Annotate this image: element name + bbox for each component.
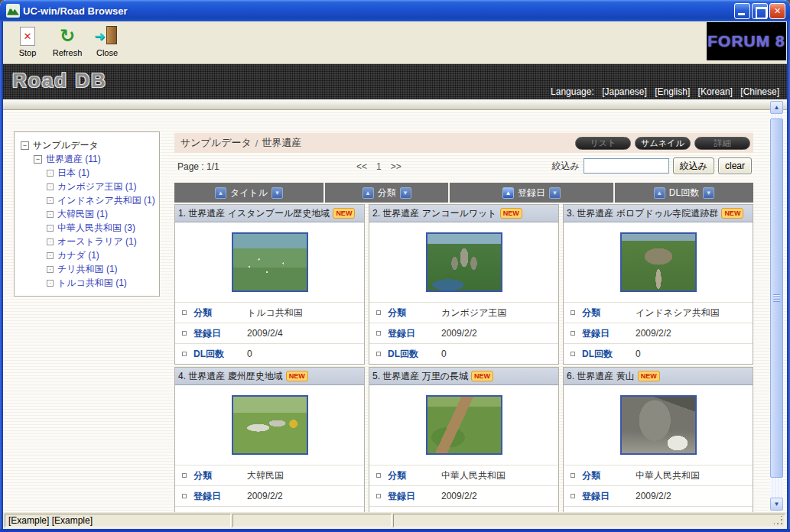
page-indicator: Page : 1/1 <box>177 161 219 172</box>
refresh-icon: ↻ <box>47 25 87 47</box>
sort-category-asc-icon[interactable]: ▲ <box>362 187 374 199</box>
pager-next[interactable]: >> <box>391 161 402 172</box>
bullet-icon <box>376 352 381 356</box>
new-badge: NEW <box>721 208 743 219</box>
scrollbar-thumb[interactable] <box>770 118 783 478</box>
close-window-button[interactable]: ✕ <box>769 3 785 19</box>
great-wall-thumbnail[interactable] <box>426 395 502 455</box>
downloads-label: DL回数 <box>388 348 441 361</box>
sort-date-asc-icon[interactable]: ▲ <box>502 187 514 199</box>
view-thumbnail-button[interactable]: サムネイル <box>635 137 691 150</box>
new-badge: NEW <box>471 371 493 381</box>
sort-title-desc-icon[interactable]: ▼ <box>271 187 283 199</box>
tree-node-world-heritage[interactable]: − 世界遺産 (11) <box>21 152 156 166</box>
language-english-link[interactable]: [English] <box>655 86 690 97</box>
tree-node-korea[interactable]: 大韓民国 (1) <box>21 207 156 221</box>
filter-apply-button[interactable]: 絞込み <box>673 157 714 174</box>
roaddb-logo: Road DB <box>12 69 107 92</box>
close-button[interactable]: ➜ Close <box>87 24 127 57</box>
tree-node-root[interactable]: − サンプルデータ <box>21 138 156 152</box>
card-title: 5. 世界遺産 万里の長城 <box>372 370 468 383</box>
status-panel-3 <box>393 514 785 527</box>
bullet-icon <box>182 494 187 498</box>
collapse-icon[interactable]: − <box>21 141 29 150</box>
close-label: Close <box>87 48 127 57</box>
tree-node-cambodia[interactable]: カンボジア王国 (1) <box>21 180 156 193</box>
category-value: インドネシア共和国 <box>636 307 720 320</box>
refresh-button[interactable]: ↻ Refresh <box>47 24 87 57</box>
borobudur-thumbnail[interactable] <box>620 232 697 292</box>
breadcrumb-root-link[interactable]: サンプルデータ <box>180 136 252 150</box>
pager-row: Page : 1/1 << 1 >> 絞込み 絞込み clear <box>174 153 753 181</box>
category-value: トルコ共和国 <box>247 307 303 320</box>
maximize-button[interactable] <box>752 3 768 19</box>
bullet-icon <box>571 473 575 478</box>
card-huangshan: 6. 世界遺産 黄山 NEW 分類 中華人民共和国 登録日 2009/2/2 D… <box>563 367 753 512</box>
date-value: 2009/2/2 <box>441 328 477 339</box>
category-value: 大韓民国 <box>247 469 284 482</box>
pager-page-1[interactable]: 1 <box>376 161 382 172</box>
tree-node-china[interactable]: 中華人民共和国 (3) <box>21 221 156 235</box>
date-value: 2009/2/2 <box>636 491 671 501</box>
sort-category-desc-icon[interactable]: ▼ <box>400 187 411 199</box>
app-icon <box>6 4 20 18</box>
scrollbar-track[interactable] <box>770 114 783 498</box>
breadcrumb: サンプルデータ / 世界遺産 リスト サムネイル 詳細 <box>174 131 753 153</box>
date-value: 2009/2/2 <box>247 491 283 501</box>
sort-title-asc-icon[interactable]: ▲ <box>215 187 226 199</box>
gyeongju-thumbnail[interactable] <box>232 395 308 455</box>
bullet-icon <box>182 473 187 478</box>
tree-item-label: チリ共和国 (1) <box>57 263 118 276</box>
card-title: 6. 世界遺産 黄山 <box>567 370 635 383</box>
bullet-icon <box>182 331 187 336</box>
header-divider-band <box>3 99 787 110</box>
angkor-wat-thumbnail[interactable] <box>426 232 502 292</box>
resize-grip[interactable] <box>774 516 784 526</box>
vertical-scrollbar: ▲ ▼ <box>770 101 783 511</box>
sort-downloads-asc-icon[interactable]: ▲ <box>654 187 665 199</box>
bullet-icon <box>182 310 187 315</box>
window-frame-bottom <box>0 529 790 532</box>
tree-node-indonesia[interactable]: インドネシア共和国 (1) <box>21 193 156 207</box>
tree-item-label: 日本 (1) <box>57 167 89 180</box>
sort-date-desc-icon[interactable]: ▼ <box>549 187 561 199</box>
card-borobudur: 3. 世界遺産 ボロブドゥル寺院遺跡群 NEW 分類 インドネシア共和国 登録日… <box>563 204 753 365</box>
stop-icon: ✕ <box>8 25 47 47</box>
tree-node-chile[interactable]: チリ共和国 (1) <box>21 262 156 276</box>
category-label: 分類 <box>582 469 636 482</box>
tree-root-label: サンプルデータ <box>33 139 99 152</box>
filter-clear-button[interactable]: clear <box>718 157 752 174</box>
collapse-icon[interactable]: − <box>34 155 42 164</box>
istanbul-thumbnail[interactable] <box>232 232 308 292</box>
huangshan-thumbnail[interactable] <box>620 395 697 455</box>
view-detail-button[interactable]: 詳細 <box>694 137 750 150</box>
tree-node-canada[interactable]: カナダ (1) <box>21 248 156 262</box>
bullet-icon <box>376 331 381 336</box>
bullet-icon <box>571 352 575 356</box>
stop-button[interactable]: ✕ Stop <box>8 24 47 57</box>
language-korean-link[interactable]: [Korean] <box>698 86 733 97</box>
pager-prev[interactable]: << <box>356 161 367 172</box>
card-title: 1. 世界遺産 イスタンブール歴史地域 <box>178 207 330 220</box>
minimize-button[interactable] <box>734 3 750 19</box>
scroll-up-icon[interactable]: ▲ <box>770 101 783 114</box>
scroll-down-icon[interactable]: ▼ <box>770 498 783 511</box>
bullet-icon <box>571 310 575 315</box>
language-japanese-link[interactable]: [Japanese] <box>602 86 647 97</box>
tree-node-australia[interactable]: オーストラリア (1) <box>21 235 156 248</box>
view-list-button[interactable]: リスト <box>575 137 631 150</box>
filter-input[interactable] <box>584 158 669 174</box>
scrollbar-grip <box>773 294 780 302</box>
card-gyeongju: 4. 世界遺産 慶州歴史地域 NEW 分類 大韓民国 登録日 2009/2/2 … <box>174 367 365 512</box>
tree-node-japan[interactable]: 日本 (1) <box>21 166 156 180</box>
forum8-logo: FORUM 8 <box>707 22 786 60</box>
breadcrumb-separator: / <box>255 138 258 149</box>
app-window: UC-win/Road Browser ✕ ✕ Stop ↻ Refresh ➜… <box>0 0 790 532</box>
door-exit-icon: ➜ <box>87 25 127 47</box>
language-chinese-link[interactable]: [Chinese] <box>740 86 779 97</box>
tree-item-label: 中華人民共和国 (3) <box>57 222 135 235</box>
sort-downloads-desc-icon[interactable]: ▼ <box>703 187 714 199</box>
leaf-box-icon <box>47 170 54 177</box>
status-panel-2 <box>232 514 392 527</box>
tree-node-turkey[interactable]: トルコ共和国 (1) <box>21 276 156 290</box>
